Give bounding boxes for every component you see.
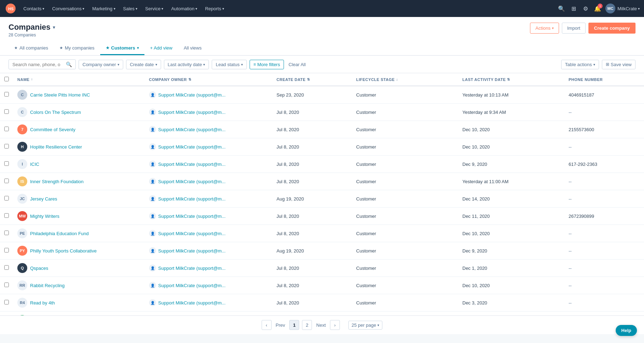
marketplace-icon[interactable]: ⊞ [568, 3, 579, 14]
clear-all-button[interactable]: Clear All [287, 60, 307, 69]
last-activity-dropdown-icon: ▾ [203, 63, 205, 66]
row-checkbox[interactable] [4, 265, 9, 270]
company-name-link[interactable]: Philadelphia Education Fund [30, 231, 89, 236]
tab-add-view[interactable]: + Add view [144, 42, 178, 55]
hubspot-logo[interactable]: HS [4, 2, 17, 15]
col-create-date[interactable]: CREATE DATE ⇅ [272, 73, 352, 86]
notification-badge: 1 [598, 4, 603, 8]
company-name-link[interactable]: Jersey Cares [30, 196, 57, 202]
row-checkbox[interactable] [4, 179, 9, 183]
row-checkbox[interactable] [4, 283, 9, 287]
company-name-link[interactable]: Hoplite Resilience Center [30, 144, 82, 150]
row-checkbox[interactable] [4, 300, 9, 304]
nav-automation[interactable]: Automation▾ [167, 4, 201, 13]
more-filters-button[interactable]: ≡ More filters [250, 60, 284, 69]
owner-sort-icon: ⇅ [188, 77, 192, 81]
company-icon: MW [17, 211, 27, 221]
tabs-bar: ★ All companies ★ My companies ★ Custome… [8, 42, 636, 55]
select-all-checkbox[interactable] [4, 77, 9, 81]
prev-page-button[interactable]: ‹ [262, 320, 272, 330]
company-name-link[interactable]: Mighty Writers [30, 214, 59, 219]
company-name-link[interactable]: Philly Youth Sports Collaborative [30, 248, 97, 254]
row-checkbox-cell [0, 277, 13, 294]
company-name-link[interactable]: Inner Strength Foundation [30, 179, 84, 184]
company-icon: H [17, 142, 27, 152]
row-checkbox[interactable] [4, 231, 9, 235]
lifecycle-stage-cell: Customer [352, 173, 458, 190]
lead-status-filter[interactable]: Lead status ▾ [212, 60, 246, 69]
company-owner-filter[interactable]: Company owner ▾ [79, 60, 123, 69]
actions-button[interactable]: Actions ▾ [530, 23, 559, 34]
table-body: C Carrie Steele Pitts Home INC 👤 Support… [0, 86, 644, 315]
search-input[interactable] [12, 62, 64, 67]
tab-customers[interactable]: ★ Customers ▾ [100, 42, 144, 55]
col-owner[interactable]: COMPANY OWNER ⇅ [145, 73, 272, 86]
row-checkbox[interactable] [4, 196, 9, 200]
company-name-link[interactable]: Carrie Steele Pitts Home INC [30, 92, 90, 98]
table-header: NAME ↑ COMPANY OWNER ⇅ CREATE DATE ⇅ [0, 73, 644, 86]
row-checkbox[interactable] [4, 109, 9, 114]
search-icon-nav[interactable]: 🔍 [556, 3, 567, 14]
company-icon: RR [17, 280, 27, 290]
owner-avatar-icon: 👤 [149, 161, 156, 168]
user-name-display[interactable]: MilkCrate▾ [617, 6, 640, 11]
nav-sales[interactable]: Sales▾ [120, 4, 141, 13]
page-1-button[interactable]: 1 [289, 320, 299, 330]
row-checkbox[interactable] [4, 248, 9, 252]
col-name[interactable]: NAME ↑ [13, 73, 145, 86]
company-name-cell: C Carrie Steele Pitts Home INC [13, 86, 145, 104]
row-checkbox[interactable] [4, 213, 9, 218]
next-page-button[interactable]: › [330, 320, 340, 330]
company-name-link[interactable]: Qspaces [30, 266, 48, 271]
nav-marketing[interactable]: Marketing▾ [89, 4, 119, 13]
col-lifecycle[interactable]: LIFECYCLE STAGE ↓ [352, 73, 458, 86]
company-name-link[interactable]: Read by 4th [30, 300, 55, 306]
companies-table: NAME ↑ COMPANY OWNER ⇅ CREATE DATE ⇅ [0, 73, 644, 315]
table-row: JC Jersey Cares 👤 Support MilkCrate (sup… [0, 190, 644, 208]
phone-cell: -- [564, 104, 644, 121]
lifecycle-stage-cell: Customer [352, 121, 458, 138]
nav-reports[interactable]: Reports▾ [201, 4, 228, 13]
tab-all-views[interactable]: All views [178, 42, 207, 55]
row-checkbox[interactable] [4, 127, 9, 131]
company-name-link[interactable]: Committee of Seventy [30, 127, 75, 132]
nav-conversations[interactable]: Conversations▾ [49, 4, 88, 13]
page-2-button[interactable]: 2 [302, 320, 312, 330]
last-activity-cell: Dec 10, 2020 [458, 138, 564, 156]
per-page-selector[interactable]: 25 per page ▾ [348, 321, 382, 330]
row-checkbox-cell [0, 104, 13, 121]
lifecycle-stage-cell: Customer [352, 225, 458, 242]
company-name-link[interactable]: Rabbit Recycling [30, 283, 65, 288]
search-box: 🔍 [8, 59, 76, 69]
create-company-button[interactable]: Create company [588, 23, 636, 34]
owner-name: Support MilkCrate (support@m... [158, 231, 226, 236]
nav-contacts[interactable]: Contacts▾ [20, 4, 48, 13]
row-checkbox[interactable] [4, 92, 9, 97]
table-actions-button[interactable]: Table actions ▾ [561, 60, 599, 69]
page-subtitle: 28 Companies [8, 33, 55, 37]
company-name-cell: JC Jersey Cares [13, 190, 145, 208]
notifications-icon[interactable]: 🔔 1 [592, 3, 603, 14]
company-owner-cell: 👤 Support MilkCrate (support@m... [145, 86, 272, 104]
nav-service[interactable]: Service▾ [142, 4, 167, 13]
table-row: PY Philly Youth Sports Collaborative 👤 S… [0, 242, 644, 260]
row-checkbox[interactable] [4, 161, 9, 166]
row-checkbox[interactable] [4, 144, 9, 149]
per-page-dropdown-icon: ▾ [377, 323, 379, 327]
company-name-link[interactable]: Colors On The Spectrum [30, 110, 81, 115]
customers-tab-dropdown[interactable]: ▾ [137, 46, 139, 50]
settings-icon[interactable]: ⚙ [580, 3, 591, 14]
search-icon: 🔍 [66, 62, 72, 67]
save-view-button[interactable]: ⊞ Save view [602, 60, 636, 69]
company-name-link[interactable]: ICIC [30, 162, 39, 167]
col-last-activity[interactable]: LAST ACTIVITY DATE ⇅ [458, 73, 564, 86]
tab-all-companies[interactable]: ★ All companies [8, 42, 54, 55]
last-activity-filter[interactable]: Last activity date ▾ [164, 60, 209, 69]
create-date-filter[interactable]: Create date ▾ [126, 60, 161, 69]
help-button[interactable]: Help [616, 325, 637, 334]
import-button[interactable]: Import [562, 23, 586, 34]
tab-my-companies[interactable]: ★ My companies [54, 42, 100, 55]
table-row: PE Philadelphia Education Fund 👤 Support… [0, 225, 644, 242]
create-date-cell: Jul 8, 2020 [272, 104, 352, 121]
title-dropdown-icon[interactable]: ▾ [53, 24, 55, 30]
